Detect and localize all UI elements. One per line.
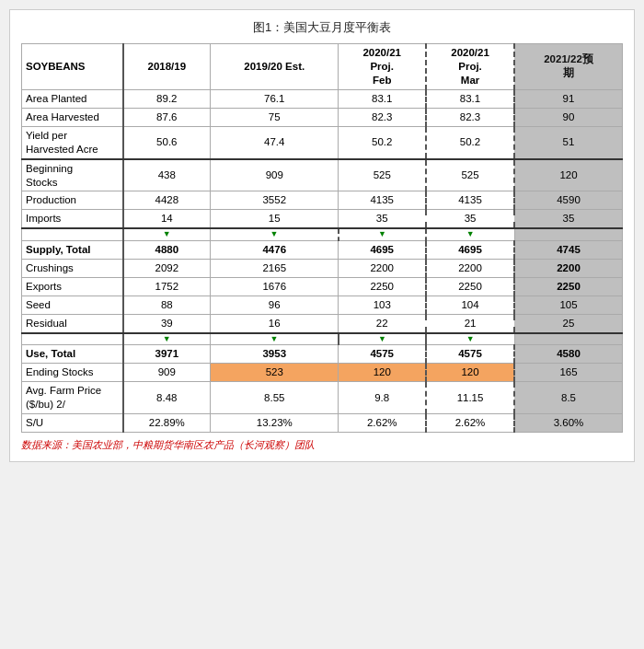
col-2020-mar: 120	[426, 364, 514, 382]
table-row: Yield perHarvested Acre50.647.450.250.25…	[22, 126, 623, 158]
col-2020-mar: 2250	[426, 277, 514, 296]
col-2018: 88	[123, 296, 211, 314]
col-2020-feb: 2.62%	[339, 414, 426, 433]
header-2020-mar: 2020/21 Proj. Mar	[426, 44, 514, 90]
source-text: 数据来源：美国农业部，中粮期货华南区农产品（长河观察）团队	[21, 438, 623, 452]
col-2020-mar: 4695	[426, 241, 514, 260]
table-row: Production44283552413541354590	[22, 191, 623, 210]
col-2018: 22.89%	[123, 414, 211, 433]
data-table: SOYBEANS 2018/19 2019/20 Est. 2020/21 Pr…	[21, 43, 623, 433]
col-2018: 87.6	[123, 108, 211, 126]
row-label: Supply, Total	[22, 241, 123, 260]
col-2020-mar: 525	[426, 159, 514, 191]
col-2020-feb: 4575	[339, 345, 426, 364]
header-2018: 2018/19	[123, 44, 211, 90]
row-label: Ending Stocks	[22, 364, 123, 382]
col-2020-feb: 9.8	[339, 382, 426, 414]
table-row: Use, Total39713953457545754580	[22, 345, 623, 364]
arrow-row: ▼▼▼▼	[22, 333, 623, 345]
row-label: Avg. Farm Price($/bu) 2/	[22, 382, 123, 414]
row-label: Residual	[22, 314, 123, 332]
row-label: Area Harvested	[22, 108, 123, 126]
col-2018: 438	[123, 159, 211, 191]
col-2019: 4476	[211, 241, 339, 260]
table-row: Imports1415353535	[22, 210, 623, 228]
col-2122: 2250	[514, 277, 622, 296]
header-soybeans: SOYBEANS	[22, 44, 123, 90]
col-2019: 76.1	[211, 89, 339, 108]
col-2020-feb: 4135	[339, 191, 426, 210]
col-2122: 4590	[514, 191, 622, 210]
col-2019: 3552	[211, 191, 339, 210]
col-2020-feb: 22	[339, 314, 426, 332]
col-2019: 3953	[211, 345, 339, 364]
table-row: Ending Stocks909523120120165	[22, 364, 623, 382]
col-2020-feb: 120	[339, 364, 426, 382]
main-container: 图1：美国大豆月度平衡表 SOYBEANS 2018/19 2019/20 Es…	[9, 9, 635, 462]
col-2018: 1752	[123, 277, 211, 296]
col-2020-feb: 2250	[339, 277, 426, 296]
col-2122: 4580	[514, 345, 622, 364]
col-2019: 47.4	[211, 126, 339, 158]
col-2122: 105	[514, 296, 622, 314]
col-2122: 120	[514, 159, 622, 191]
col-2122: 4745	[514, 241, 622, 260]
col-2019: 15	[211, 210, 339, 228]
col-2122: 165	[514, 364, 622, 382]
col-2020-mar: 2.62%	[426, 414, 514, 433]
col-2122: 51	[514, 126, 622, 158]
row-label: Use, Total	[22, 345, 123, 364]
table-row: Exports17521676225022502250	[22, 277, 623, 296]
col-2020-mar: 4575	[426, 345, 514, 364]
col-2020-feb: 50.2	[339, 126, 426, 158]
col-2020-mar: 104	[426, 296, 514, 314]
col-2020-mar: 50.2	[426, 126, 514, 158]
row-label: Exports	[22, 277, 123, 296]
col-2018: 8.48	[123, 382, 211, 414]
row-label: Seed	[22, 296, 123, 314]
row-label: Area Planted	[22, 89, 123, 108]
table-row: Seed8896103104105	[22, 296, 623, 314]
col-2020-feb: 35	[339, 210, 426, 228]
table-row: Area Planted89.276.183.183.191	[22, 89, 623, 108]
col-2018: 89.2	[123, 89, 211, 108]
col-2122: 35	[514, 210, 622, 228]
col-2020-feb: 4695	[339, 241, 426, 260]
col-2122: 2200	[514, 259, 622, 277]
col-2020-feb: 525	[339, 159, 426, 191]
col-2020-mar: 82.3	[426, 108, 514, 126]
col-2019: 16	[211, 314, 339, 332]
col-2122: 3.60%	[514, 414, 622, 433]
table-row: BeginningStocks438909525525120	[22, 159, 623, 191]
col-2020-feb: 82.3	[339, 108, 426, 126]
col-2020-mar: 35	[426, 210, 514, 228]
col-2019: 96	[211, 296, 339, 314]
row-label: S/U	[22, 414, 123, 433]
table-row: Residual3916222125	[22, 314, 623, 332]
table-row: Area Harvested87.67582.382.390	[22, 108, 623, 126]
col-2122: 91	[514, 89, 622, 108]
col-2020-mar: 2200	[426, 259, 514, 277]
col-2020-mar: 4135	[426, 191, 514, 210]
table-row: Crushings20922165220022002200	[22, 259, 623, 277]
col-2018: 4880	[123, 241, 211, 260]
col-2018: 14	[123, 210, 211, 228]
header-2020-feb: 2020/21 Proj. Feb	[339, 44, 426, 90]
page-title: 图1：美国大豆月度平衡表	[21, 19, 623, 36]
row-label: Production	[22, 191, 123, 210]
col-2020-feb: 2200	[339, 259, 426, 277]
table-row: S/U22.89%13.23%2.62%2.62%3.60%	[22, 414, 623, 433]
col-2020-mar: 83.1	[426, 89, 514, 108]
col-2018: 50.6	[123, 126, 211, 158]
row-label: Crushings	[22, 259, 123, 277]
col-2018: 4428	[123, 191, 211, 210]
col-2020-mar: 21	[426, 314, 514, 332]
arrow-row: ▼▼▼▼	[22, 228, 623, 240]
table-row: Avg. Farm Price($/bu) 2/8.488.559.811.15…	[22, 382, 623, 414]
col-2019: 2165	[211, 259, 339, 277]
col-2122: 8.5	[514, 382, 622, 414]
row-label: Yield perHarvested Acre	[22, 126, 123, 158]
col-2018: 909	[123, 364, 211, 382]
col-2019: 75	[211, 108, 339, 126]
col-2019: 8.55	[211, 382, 339, 414]
